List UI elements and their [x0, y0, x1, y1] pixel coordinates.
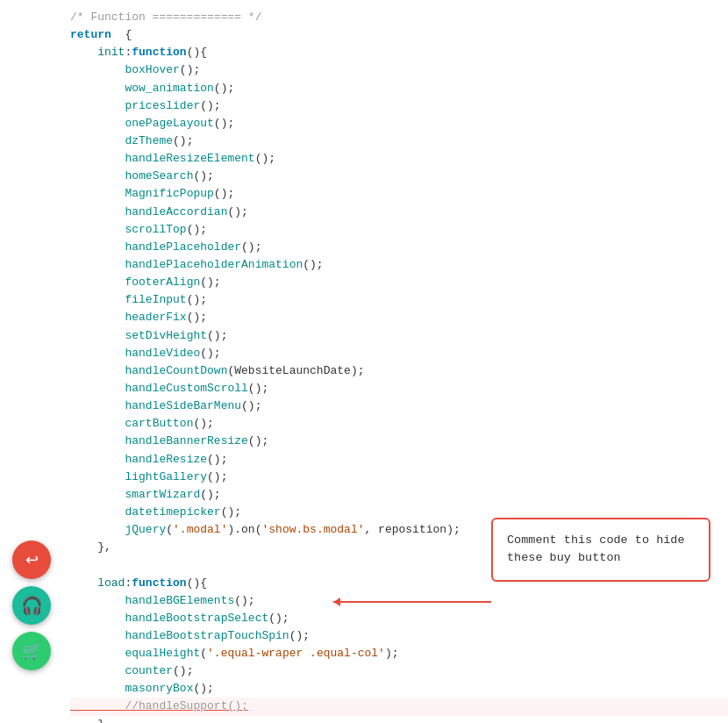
code-line: equalHeight('.equal-wraper .equal-col'); [70, 645, 728, 662]
code-line: masonryBox(); [70, 680, 728, 698]
callout-connector [333, 601, 491, 603]
code-line: cartButton(); [70, 415, 728, 433]
code-line: smartWizard(); [70, 486, 728, 504]
code-line: handlePlaceholderAnimation(); [70, 256, 728, 274]
code-line: handleBootstrapTouchSpin(); [70, 627, 728, 645]
code-line: fileInput(); [70, 291, 728, 309]
comment-header: /* Function ============= */ [70, 9, 728, 26]
code-line: MagnificPopup(); [70, 185, 728, 203]
code-line: setDivHeight(); [70, 327, 728, 345]
code-line: dzTheme(); [70, 132, 728, 150]
code-line: footerAlign(); [70, 274, 728, 291]
code-line: lightGallery(); [70, 469, 728, 486]
cart-fab[interactable]: 🛒 [12, 632, 51, 670]
code-line: handleBootstrapSelect(); [70, 610, 728, 627]
fab-container: ↩ 🎧 🛒 [12, 540, 51, 670]
code-line: handleAccordian(); [70, 204, 728, 221]
code-line: counter(); [70, 662, 728, 680]
reply-icon: ↩ [25, 550, 39, 569]
support-icon: 🎧 [21, 595, 43, 616]
code-line: handleSideBarMenu(); [70, 397, 728, 415]
code-line: onePageLayout(); [70, 115, 728, 132]
code-line: handlePlaceholder(); [70, 239, 728, 256]
code-line: priceslider(); [70, 97, 728, 115]
code-line: boxHover(); [70, 61, 728, 79]
code-line: handleResizeElement(); [70, 150, 728, 168]
code-line: wow_animation(); [70, 80, 728, 97]
code-line: scrollTop(); [70, 221, 728, 239]
code-line: }, [70, 716, 728, 723]
reply-fab[interactable]: ↩ [12, 540, 51, 579]
support-fab[interactable]: 🎧 [12, 586, 51, 625]
commented-line: //handleSupport(); [70, 698, 728, 715]
code-line: handleBannerResize(); [70, 433, 728, 450]
code-line: handleResize(); [70, 451, 728, 469]
code-line: handleVideo(); [70, 345, 728, 362]
code-line: init:function(){ [70, 44, 728, 61]
code-line: handleCustomScroll(); [70, 380, 728, 397]
code-line: handleCountDown(WebsiteLaunchDate); [70, 362, 728, 380]
code-line: homeSearch(); [70, 168, 728, 185]
callout-text: Comment this code to hide these buy butt… [507, 533, 685, 564]
cart-icon: 🛒 [22, 641, 41, 661]
code-editor: /* Function ============= */ return { in… [0, 0, 728, 723]
code-line: headerFix(); [70, 309, 728, 326]
callout-box: Comment this code to hide these buy butt… [491, 518, 710, 582]
code-line: return { [70, 26, 728, 44]
